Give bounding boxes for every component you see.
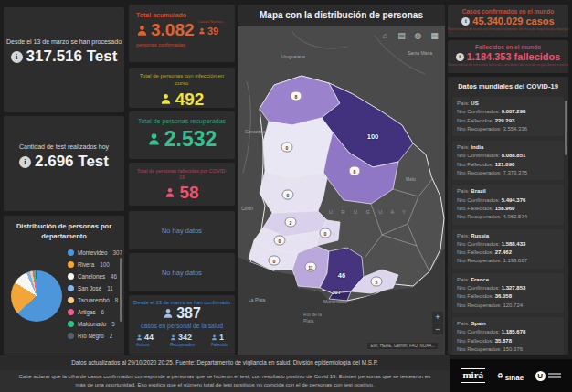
world-confirmed-note: Número total de casos confirmados alrede… [448,27,568,31]
person-icon [211,334,217,341]
person-icon [198,27,206,35]
map-value-rio-negro: 2 [285,217,297,228]
country-block: País: France Nro Confirmados: 1.327.853 … [452,273,564,313]
world-confirmed-title: Casos confirmados en el mundo [448,5,568,15]
accumulated-title: Total acumulado [136,12,198,18]
covid-dashboard: Desde el 13 de marzo se han procesado i … [0,0,572,392]
footer-logos: mirá ♻ sinae U [450,359,572,392]
tests-today-panel: Cantidad de test realizados hoy i 2.696 … [4,116,124,211]
no-data-card-1: No hay datos [129,211,235,249]
active-cases-value: 492 [129,90,235,108]
map-place-label: Río de la Plata [303,312,323,323]
health-staff-title: Desde el 13 de marzo se han confirmado [129,295,235,305]
legend-scrollbar[interactable] [120,258,122,322]
country-block: País: India Nro Confirmados: 8.088.851 N… [452,141,564,180]
map-place-label: Santa Maria [408,50,432,56]
info-icon[interactable]: i [19,156,31,168]
map-zoom-controls: + − [432,312,443,334]
recovered-card: Total de personas recuperadas 2.532 [129,111,235,159]
health-staff-card: Desde el 13 de marzo se han confirmado 3… [129,295,235,355]
map-value-paysandu: 0 [282,190,294,200]
sinae-logo: ♻ sinae [496,367,524,384]
active-cases-title: Total de personas con infección en curso [129,68,235,88]
legend-color-dot [68,309,74,315]
tests-processed-panel: Desde el 13 de marzo se han procesado i … [4,7,124,112]
no-data-card-2: No hay datos [129,253,235,291]
health-staff-value: 387 [129,305,235,322]
zoom-out-button[interactable]: − [432,323,443,334]
person-icon [160,93,172,105]
government-logo-icon: U [535,371,546,381]
legend-color-dot [68,333,74,339]
map-place-label: La Plata [249,297,265,302]
country-block: País: US Nro Confirmados: 9.007.298 Nro … [452,97,564,136]
health-staff-subtitle: casos en personal de la salud [129,323,235,329]
globe-icon[interactable]: ◍ [413,30,423,40]
legend-item[interactable]: Río Negro 2 [68,330,124,342]
accumulated-cases-card: Total acumulado 3.082 personas confirmad… [129,5,235,62]
country-list-scrollbar[interactable] [565,101,567,155]
country-block: País: Brazil Nro Confirmados: 5.494.376 … [452,185,564,224]
person-icon [163,308,174,319]
legend-icon[interactable]: ▤ [397,30,407,40]
department-legend: Montevideo 307 Rivera 100 Canelones 46 S… [64,247,124,342]
legend-color-dot [68,273,74,280]
health-staff-stat: 1 Fallecido [211,333,228,347]
legend-color-dot [68,285,74,291]
info-icon[interactable]: i [456,53,464,61]
legend-item[interactable]: Canelones 46 [68,270,124,282]
legend-item[interactable]: Montevideo 307 [68,247,124,259]
world-confirmed-value: i 45.340.029 casos [448,16,568,26]
world-deaths-panel: Fallecidos en el mundo i 1.184.353 falle… [448,40,568,73]
person-icon [136,25,148,37]
legend-item[interactable]: Rivera 100 [68,259,124,270]
country-list[interactable]: País: US Nro Confirmados: 9.007.298 Nro … [448,97,568,355]
mira-logo: mirá [461,368,485,382]
tests-today-value: i 2.696 Test [4,153,124,171]
info-icon[interactable]: i [11,51,23,63]
health-staff-stat: 44 Activos [136,333,154,347]
map-place-label: Montevideo [323,299,347,304]
zoom-in-button[interactable]: + [432,312,443,323]
government-logo: U [535,371,561,381]
sinae-icon: ♻ [496,372,503,380]
map-value-canelones: 46 [338,271,345,280]
world-data-panel: Datos mundiales del COVID-19 País: US Nr… [448,77,568,355]
map-value-san-jose: 11 [305,262,317,272]
map-canvas[interactable]: 8010080200011463075 UruguaianaSanta Mari… [238,26,445,355]
legend-item[interactable]: Tacuarembó 8 [68,294,124,306]
new-cases-label: Casos Nuevos [198,19,229,24]
deaths-card: Total de personas fallecidas por COVID-1… [129,163,235,206]
map-place-label: Colón [241,206,253,211]
last-updated-bar: Datos actualizados al 29/10/2020 20:25. … [0,355,450,370]
map-value-salto: 0 [281,143,293,153]
no-data-text: No hay datos [129,253,235,291]
legend-color-dot [68,297,74,303]
map-value-montevideo: 307 [332,290,341,295]
map-place-label: U R U G U A Y [329,209,409,215]
map-title: Mapa con la distribución de personas [238,5,445,26]
person-icon [136,334,143,341]
legend-item[interactable]: San José 11 [68,282,124,294]
new-cases-value: 39 [198,26,229,37]
map-value-artigas: 8 [291,91,302,101]
map-attribution: Esri, HERE, Garmin, FAO, NOAA... [367,343,438,349]
department-pie-chart[interactable] [11,270,62,322]
recovered-value: 2.532 [129,127,235,152]
accumulated-value: 3.082 [136,20,198,40]
world-deaths-value: i 1.184.353 fallecidos [448,51,568,62]
map-value-tacuarembo: 8 [349,166,361,176]
basemap-icon[interactable]: ▦ [429,30,440,40]
home-icon[interactable]: ⌂ [380,30,390,40]
legend-item[interactable]: Maldonado 5 [68,318,124,330]
info-icon[interactable]: i [461,17,470,26]
accumulated-subtitle: personas confirmadas [136,42,198,48]
department-distribution-panel: Distribución de personas por departament… [4,216,124,355]
tests-processed-label: Desde el 13 de marzo se han procesado [4,38,124,45]
deaths-value: 58 [129,183,235,203]
health-staff-stat: 342 Recuperados [170,333,195,347]
legend-item[interactable]: Artigas 6 [68,306,124,318]
person-icon [164,187,175,198]
disclaimer-text: Cabe aclarar que la cifra de casos confi… [0,370,450,392]
legend-color-dot [68,321,74,327]
